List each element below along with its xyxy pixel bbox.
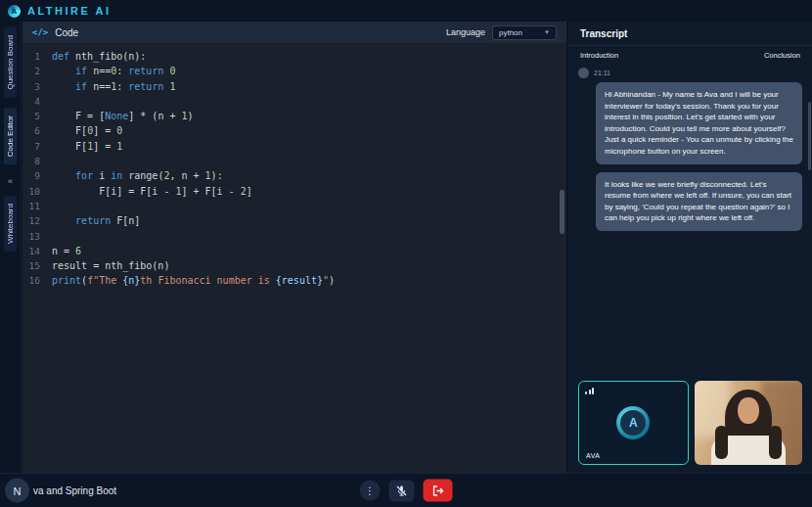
code-line: 10 F[i] = F[i - 1] + F[i - 2] — [23, 184, 566, 199]
interviewer-avatar — [578, 68, 589, 78]
code-line: 6 F[0] = 0 — [23, 123, 566, 138]
language-select-value: python — [499, 28, 522, 37]
ava-name-label: AVA — [586, 452, 600, 459]
code-line: 7 F[1] = 1 — [23, 139, 566, 154]
code-line: 5 F = [None] * (n + 1) — [23, 109, 566, 123]
ava-logo-letter: A — [620, 410, 646, 436]
stage-indicator: Introduction Conclusion — [568, 46, 812, 63]
transcript-panel: Transcript Introduction Conclusion 21:11… — [568, 22, 812, 473]
editor-title: Code — [55, 27, 78, 38]
sidebar-item-code-editor[interactable]: Code Editor — [4, 108, 17, 164]
mic-mute-button[interactable] — [389, 480, 415, 501]
code-line: 13 — [23, 229, 566, 244]
sidebar-item-whiteboard[interactable]: Whiteboard — [4, 196, 17, 252]
left-sidebar: Question Board Code Editor « Whiteboard — [0, 22, 22, 473]
user-avatar: N — [5, 479, 29, 503]
stage-introduction: Introduction — [580, 51, 618, 60]
collapse-sidebar-icon[interactable]: « — [8, 176, 13, 186]
code-line: 1def nth_fibo(n): — [23, 49, 566, 64]
mic-off-icon — [396, 484, 408, 496]
code-line: 12 return F[n] — [23, 213, 566, 228]
message-bubble: Hi Abhinandan - My name is Ava and I wil… — [596, 82, 802, 164]
signal-strength-icon — [585, 388, 594, 394]
leave-call-button[interactable] — [424, 480, 453, 502]
sidebar-item-question-board[interactable]: Question Board — [4, 27, 17, 98]
code-scrollbar[interactable] — [560, 190, 564, 234]
interviewee-video-tile[interactable] — [695, 381, 803, 465]
language-select[interactable]: python ▼ — [492, 25, 557, 40]
code-area[interactable]: 1def nth_fibo(n):2 if n==0: return 03 if… — [23, 43, 566, 473]
message-bubble: It looks like we were briefly disconnect… — [596, 172, 802, 231]
message-timestamp: 21:11 — [594, 69, 610, 76]
brand-logo-icon: A — [8, 5, 21, 18]
chevron-down-icon: ▼ — [544, 29, 550, 35]
code-line: 2 if n==0: return 0 — [23, 64, 566, 78]
ava-logo: A — [616, 406, 650, 439]
stage-conclusion: Conclusion — [764, 51, 800, 60]
brand-title: ALTHIRE AI — [27, 5, 112, 17]
more-options-button[interactable]: ⋮ — [360, 481, 381, 501]
code-editor-panel: </> Code Language python ▼ 1def nth_fibo… — [23, 22, 566, 473]
bottom-bar: N va and Spring Boot ⋮ — [0, 473, 812, 507]
transcript-messages: 21:11 Hi Abhinandan - My name is Ava and… — [568, 63, 812, 381]
top-bar: A ALTHIRE AI — [0, 0, 812, 22]
more-options-icon: ⋮ — [365, 485, 375, 496]
code-line: 3 if n==1: return 1 — [23, 79, 566, 94]
video-tiles: A AVA — [568, 381, 812, 473]
call-controls: ⋮ — [360, 480, 453, 502]
code-line: 14n = 6 — [23, 244, 566, 258]
session-title: va and Spring Boot — [33, 485, 116, 496]
code-line: 11 — [23, 199, 566, 213]
code-lines: 1def nth_fibo(n):2 if n==0: return 03 if… — [23, 49, 566, 289]
transcript-scrollbar[interactable] — [808, 102, 811, 170]
editor-header: </> Code Language python ▼ — [23, 22, 566, 43]
transcript-title: Transcript — [568, 22, 812, 46]
ava-video-tile[interactable]: A AVA — [578, 381, 689, 465]
code-line: 15result = nth_fibo(n) — [23, 258, 566, 273]
language-label: Language — [446, 27, 485, 37]
code-line: 9 for i in range(2, n + 1): — [23, 168, 566, 183]
code-icon: </> — [32, 27, 48, 37]
code-line: 16print(f"The {n}th Fibonacci number is … — [23, 273, 566, 288]
code-line: 4 — [23, 94, 566, 109]
code-line: 8 — [23, 154, 566, 168]
leave-exit-icon — [431, 484, 444, 496]
